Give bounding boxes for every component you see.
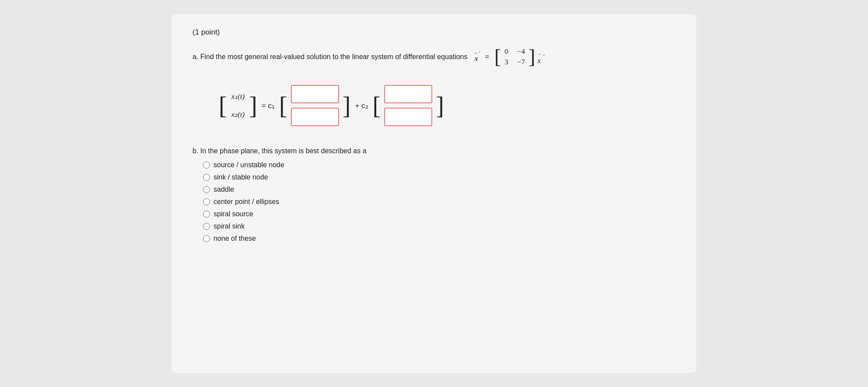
input1-bracket-right	[343, 81, 351, 130]
option-spiral-source[interactable]: spiral source	[203, 210, 676, 218]
equals-sign: =	[485, 53, 489, 61]
option-none-label: none of these	[214, 235, 256, 243]
input-2-top[interactable]	[384, 85, 432, 103]
x-symbol: x	[475, 55, 478, 63]
x1-label: x₁(t)	[231, 92, 245, 101]
input2-bracket-right	[436, 81, 444, 130]
system-matrix: [ 0 −4 3 −7 ]	[494, 45, 535, 69]
option-center[interactable]: center point / ellipses	[203, 198, 676, 206]
c2-operator: + c₂	[355, 101, 368, 110]
sys-bracket-left: [	[494, 47, 501, 67]
sys-bracket-right: ]	[528, 47, 535, 67]
vec-x-end: → x	[537, 52, 541, 65]
option-spiral-source-label: spiral source	[214, 210, 253, 218]
question-a-line: a. Find the most general real-valued sol…	[192, 45, 676, 69]
option-center-label: center point / ellipses	[214, 198, 279, 206]
x-end-symbol: x	[537, 56, 541, 65]
input-1-top[interactable]	[291, 85, 339, 103]
radio-saddle[interactable]	[203, 186, 210, 193]
sys-r1c2: −4	[517, 47, 525, 56]
point-label: (1 point)	[192, 28, 676, 37]
radio-sink[interactable]	[203, 174, 210, 181]
x2-label: x₂(t)	[231, 110, 245, 119]
var-bracket-left	[219, 88, 227, 123]
radio-source[interactable]	[203, 162, 210, 169]
option-source[interactable]: source / unstable node	[203, 161, 676, 169]
sys-row-1: 0 −4	[504, 47, 525, 56]
radio-center[interactable]	[203, 198, 210, 205]
input1-bracket-left	[279, 81, 287, 130]
input-2-bottom[interactable]	[384, 108, 432, 126]
part-b-section: b. In the phase plane, this system is be…	[192, 147, 676, 243]
option-spiral-sink[interactable]: spiral sink	[203, 222, 676, 230]
radio-group: source / unstable node sink / stable nod…	[203, 161, 676, 243]
option-spiral-sink-label: spiral sink	[214, 222, 245, 230]
x-prime-symbol: → ′ x	[473, 51, 480, 63]
option-saddle[interactable]: saddle	[203, 186, 676, 194]
radio-none[interactable]	[203, 235, 210, 242]
variable-matrix: x₁(t) x₂(t)	[219, 88, 257, 123]
input2-cells	[382, 81, 434, 130]
main-card: (1 point) a. Find the most general real-…	[172, 14, 696, 373]
option-sink[interactable]: sink / stable node	[203, 173, 676, 181]
var-matrix-col: x₁(t) x₂(t)	[229, 88, 248, 123]
option-source-label: source / unstable node	[214, 161, 284, 169]
input1-cells	[289, 81, 341, 130]
radio-spiral-sink[interactable]	[203, 223, 210, 230]
sys-r2c1: 3	[504, 58, 508, 67]
sys-matrix-inner: 0 −4 3 −7	[501, 45, 528, 69]
option-saddle-label: saddle	[214, 186, 234, 194]
input-matrix-1	[279, 81, 350, 130]
c1-operator: = c₁	[262, 101, 275, 110]
sys-r1c1: 0	[504, 47, 508, 56]
x-end: → x .	[537, 49, 545, 65]
sys-row-2: 3 −7	[504, 58, 525, 67]
input-matrix-2	[373, 81, 444, 130]
input2-bracket-left	[373, 81, 381, 130]
sys-r2c2: −7	[517, 58, 525, 67]
solution-equation: x₁(t) x₂(t) = c₁ + c₂	[219, 81, 676, 130]
input-1-bottom[interactable]	[291, 108, 339, 126]
radio-spiral-source[interactable]	[203, 211, 210, 218]
var-bracket-right	[249, 88, 257, 123]
vec-arrow-end: →	[537, 52, 541, 56]
question-a-text: a. Find the most general real-valued sol…	[192, 53, 468, 61]
option-none[interactable]: none of these	[203, 235, 676, 243]
option-sink-label: sink / stable node	[214, 173, 268, 181]
question-b-label: b. In the phase plane, this system is be…	[192, 147, 676, 155]
